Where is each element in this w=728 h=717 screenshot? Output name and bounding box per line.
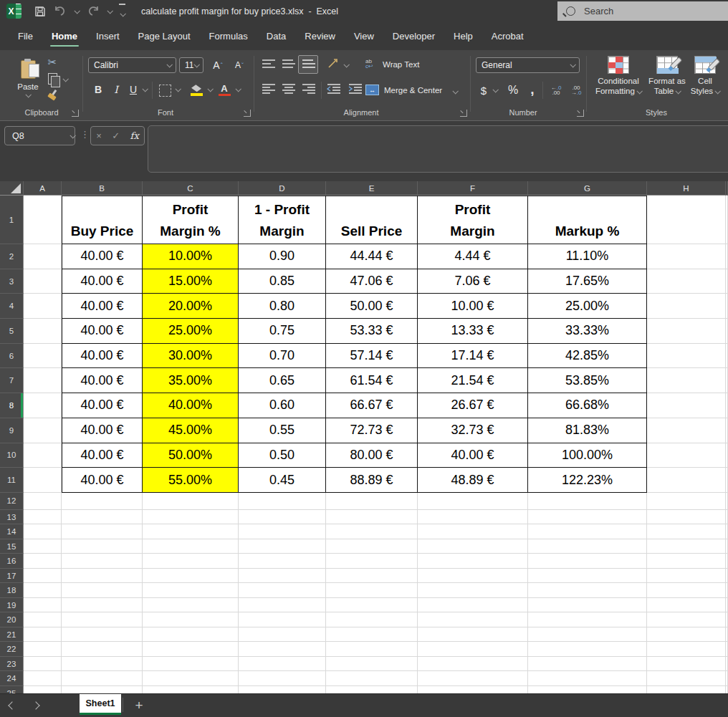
cell-A14[interactable] <box>24 524 62 539</box>
cell-H22[interactable] <box>647 642 726 657</box>
cell-H17[interactable] <box>647 569 726 584</box>
top-align-button[interactable] <box>262 59 276 69</box>
cell-F6[interactable]: 17.14 € <box>418 344 528 369</box>
cell-H2[interactable] <box>647 244 726 269</box>
number-dialog-launcher-icon[interactable] <box>577 110 584 117</box>
cell-H6[interactable] <box>647 344 726 369</box>
cell-H4[interactable] <box>647 294 726 319</box>
cell-B17[interactable] <box>62 569 143 584</box>
increase-decimal-button[interactable]: ←.0.00 <box>547 83 565 97</box>
redo-icon[interactable] <box>86 6 100 16</box>
cell-E20[interactable] <box>326 612 418 627</box>
cell-H21[interactable] <box>647 627 726 643</box>
cell-H12[interactable] <box>647 493 726 510</box>
cell-B18[interactable] <box>62 583 143 598</box>
cell-C23[interactable] <box>143 657 239 672</box>
cell-F13[interactable] <box>418 510 528 525</box>
cell-A1[interactable] <box>24 196 62 244</box>
cell-F7[interactable]: 21.54 € <box>418 368 528 393</box>
cell-D23[interactable] <box>239 657 326 672</box>
row-header-2[interactable]: 2 <box>0 244 24 269</box>
cell-D2[interactable]: 0.90 <box>239 244 326 269</box>
cell-E18[interactable] <box>326 583 418 598</box>
cell-D18[interactable] <box>239 583 326 598</box>
font-dialog-launcher-icon[interactable] <box>244 110 251 117</box>
cell-B1[interactable]: Buy Price <box>62 196 143 244</box>
cell-C25[interactable] <box>143 686 239 693</box>
cell-A10[interactable] <box>24 443 62 468</box>
copy-dropdown-icon[interactable] <box>62 76 68 82</box>
cell-H23[interactable] <box>647 657 726 672</box>
tab-data[interactable]: Data <box>257 22 295 50</box>
font-size-combo[interactable]: 11 <box>179 57 203 73</box>
row-header-17[interactable]: 17 <box>0 569 24 584</box>
row-header-16[interactable]: 16 <box>0 554 24 569</box>
cell-C17[interactable] <box>143 569 239 584</box>
cell-F10[interactable]: 40.00 € <box>418 443 528 468</box>
row-header-4[interactable]: 4 <box>0 294 24 319</box>
row-header-8[interactable]: 8 <box>0 393 24 418</box>
cell-A23[interactable] <box>24 657 62 672</box>
cell-C5[interactable]: 25.00% <box>143 319 239 344</box>
cell-E22[interactable] <box>326 642 418 657</box>
row-header-20[interactable]: 20 <box>0 612 24 627</box>
tab-help[interactable]: Help <box>444 22 482 50</box>
tab-acrobat[interactable]: Acrobat <box>482 22 533 50</box>
cell-C22[interactable] <box>143 642 239 657</box>
cell-F20[interactable] <box>418 612 528 627</box>
cell-E25[interactable] <box>326 686 418 693</box>
cell-C19[interactable] <box>143 598 239 613</box>
cell-D24[interactable] <box>239 671 326 686</box>
row-header-22[interactable]: 22 <box>0 642 24 657</box>
cell-C3[interactable]: 15.00% <box>143 269 239 294</box>
search-box[interactable]: Search <box>557 1 728 21</box>
cancel-icon[interactable]: × <box>96 130 102 141</box>
cell-H8[interactable] <box>647 393 726 418</box>
merge-center-dropdown-icon[interactable] <box>452 88 458 94</box>
percent-style-button[interactable]: % <box>506 82 520 98</box>
cell-G8[interactable]: 66.68% <box>528 393 647 418</box>
row-header-24[interactable]: 24 <box>0 671 24 686</box>
cell-B13[interactable] <box>62 510 143 525</box>
cell-B3[interactable]: 40.00 € <box>62 269 143 294</box>
cell-H7[interactable] <box>647 368 726 393</box>
cell-D12[interactable] <box>239 493 326 510</box>
cell-A17[interactable] <box>24 569 62 584</box>
column-header-G[interactable]: G <box>528 181 647 196</box>
cell-E9[interactable]: 72.73 € <box>326 418 418 443</box>
accounting-format-button[interactable]: $ <box>479 82 489 98</box>
cell-C10[interactable]: 50.00% <box>143 443 239 468</box>
formula-input[interactable] <box>148 125 728 173</box>
tab-formulas[interactable]: Formulas <box>200 22 257 50</box>
row-header-18[interactable]: 18 <box>0 583 24 598</box>
cell-H13[interactable] <box>647 510 726 525</box>
cell-H18[interactable] <box>647 583 726 598</box>
cell-H14[interactable] <box>647 524 726 539</box>
tab-view[interactable]: View <box>345 22 383 50</box>
cell-E2[interactable]: 44.44 € <box>326 244 418 269</box>
cell-E19[interactable] <box>326 598 418 613</box>
cell-H24[interactable] <box>647 671 726 686</box>
increase-indent-button[interactable] <box>348 84 363 94</box>
cell-B21[interactable] <box>62 627 143 643</box>
font-color-button[interactable]: A <box>217 82 231 98</box>
sheet-tab-sheet1[interactable]: Sheet1 <box>80 694 121 715</box>
cell-H3[interactable] <box>647 269 726 294</box>
cell-G9[interactable]: 81.83% <box>528 418 647 443</box>
cell-B4[interactable]: 40.00 € <box>62 294 143 319</box>
cell-C13[interactable] <box>143 510 239 525</box>
cell-H10[interactable] <box>647 443 726 468</box>
cell-E3[interactable]: 47.06 € <box>326 269 418 294</box>
row-header-3[interactable]: 3 <box>0 269 24 294</box>
cell-G20[interactable] <box>528 612 647 627</box>
cell-G2[interactable]: 11.10% <box>528 244 647 269</box>
italic-button[interactable]: I <box>110 82 122 97</box>
cell-B6[interactable]: 40.00 € <box>62 344 143 369</box>
cell-G24[interactable] <box>528 671 647 686</box>
cell-G19[interactable] <box>528 598 647 613</box>
column-header-A[interactable]: A <box>24 181 62 196</box>
cell-B5[interactable]: 40.00 € <box>62 319 143 344</box>
column-header-D[interactable]: D <box>239 181 326 196</box>
orientation-dropdown-icon[interactable] <box>343 62 349 67</box>
row-header-11[interactable]: 11 <box>0 468 24 493</box>
